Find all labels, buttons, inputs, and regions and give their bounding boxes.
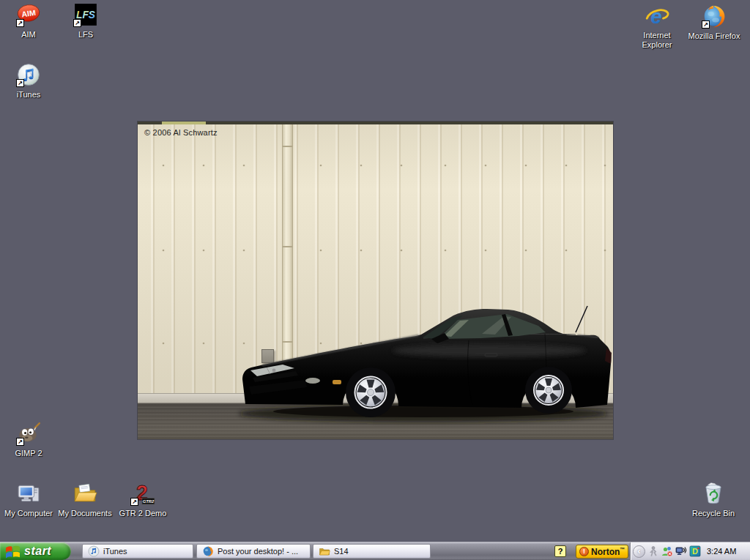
- icon-label: AIM: [21, 30, 36, 40]
- help-tray-icon[interactable]: ?: [554, 545, 566, 557]
- svg-text:e: e: [650, 5, 661, 28]
- icon-label: GIMP 2: [15, 449, 42, 458]
- photo-credit: © 2006 Al Schwartz: [144, 128, 218, 137]
- shortcut-arrow-icon: ↗: [702, 20, 710, 29]
- icon-label: Mozilla Firefox: [688, 31, 740, 41]
- car-rear-wheel: [525, 367, 572, 414]
- wall-screws: [163, 165, 606, 345]
- desktop-icon-gtr2-demo[interactable]: 2 GTR2 ↗ GTR 2 Demo: [115, 481, 171, 519]
- firefox-icon: [202, 545, 214, 557]
- taskbar-clock[interactable]: 3:24 AM: [707, 547, 736, 556]
- icon-label: LFS: [78, 30, 93, 40]
- internet-explorer-icon: e: [645, 4, 669, 29]
- norton-alert-icon: !: [579, 547, 589, 556]
- desktop-icon-aim[interactable]: AIM ↗ AIM: [1, 2, 56, 40]
- icon-label: My Documents: [58, 509, 111, 518]
- desktop-icon-my-documents[interactable]: My Documents: [57, 481, 113, 519]
- display-audio-tray-icon[interactable]: [675, 545, 687, 557]
- start-label: start: [24, 545, 59, 558]
- desktop-icon-recycle-bin[interactable]: Recycle Bin: [686, 481, 741, 519]
- wallpaper-photo: © 2006 Al Schwartz: [138, 122, 613, 439]
- recycle-bin-icon: [701, 481, 726, 506]
- shortcut-arrow-icon: ↗: [16, 19, 24, 27]
- folder-icon: [319, 545, 330, 557]
- desktop-icon-itunes[interactable]: ↗ iTunes: [1, 62, 56, 100]
- wallpaper-car-illustration: [138, 122, 613, 439]
- desktop-icon-gimp[interactable]: ↗ GIMP 2: [1, 421, 56, 459]
- my-computer-icon: [16, 481, 41, 506]
- messenger-offline-tray-icon[interactable]: [661, 545, 673, 557]
- icon-label: GTR 2 Demo: [119, 509, 167, 518]
- aim-tray-icon[interactable]: [647, 545, 659, 557]
- shortcut-arrow-icon: ↗: [73, 19, 81, 27]
- car-front-wheel: [346, 367, 396, 417]
- daemon-tools-tray-icon[interactable]: D: [689, 545, 701, 557]
- norton-label: Norton™: [591, 547, 625, 557]
- icon-label: Internet Explorer: [629, 31, 685, 50]
- desktop-icon-lfs[interactable]: LFS ↗ LFS: [58, 2, 114, 40]
- taskbar-button-itunes[interactable]: iTunes: [82, 544, 193, 559]
- shortcut-arrow-icon: ↗: [130, 498, 138, 506]
- taskbar-button-label: Post your desktop! - ...: [218, 547, 298, 556]
- svg-text:GTR2: GTR2: [143, 499, 155, 504]
- desktop-icon-internet-explorer[interactable]: e Internet Explorer: [629, 4, 685, 51]
- my-documents-icon: [73, 481, 97, 506]
- icon-label: iTunes: [17, 90, 41, 100]
- taskbar-button-firefox-window[interactable]: Post your desktop! - ...: [196, 544, 311, 559]
- svg-text:D: D: [692, 547, 698, 556]
- icon-label: My Computer: [4, 509, 53, 518]
- system-tray: ‹ D: [630, 542, 750, 560]
- desktop-icon-my-computer[interactable]: My Computer: [1, 481, 56, 519]
- windows-flag-icon: [5, 544, 21, 559]
- shortcut-arrow-icon: ↗: [16, 79, 24, 87]
- itunes-icon: [88, 545, 100, 557]
- taskbar-button-s14-folder[interactable]: S14: [313, 544, 431, 559]
- icon-label: Recycle Bin: [692, 509, 735, 518]
- taskbar-button-label: iTunes: [103, 547, 127, 556]
- taskbar-button-label: S14: [334, 547, 349, 556]
- hide-icons-chevron[interactable]: ‹: [633, 545, 645, 558]
- desktop-icon-mozilla-firefox[interactable]: ↗ Mozilla Firefox: [686, 4, 742, 42]
- norton-tray-badge[interactable]: ! Norton™: [576, 545, 628, 559]
- desktop[interactable]: © 2006 Al Schwartz AIM ↗ AIM LFS ↗ LFS: [0, 0, 750, 560]
- start-button[interactable]: start: [0, 542, 71, 560]
- shortcut-arrow-icon: ↗: [16, 438, 24, 446]
- taskbar: start iTunes Post your desktop! - ...: [0, 542, 750, 560]
